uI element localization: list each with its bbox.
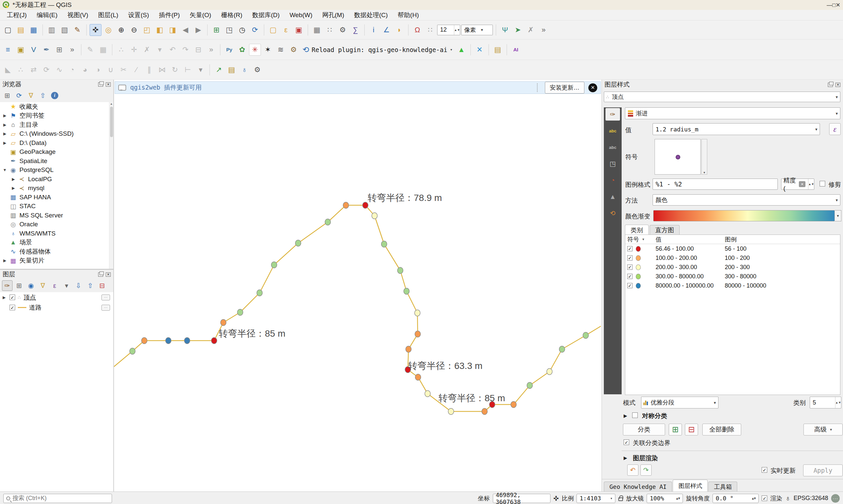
class-color-swatch[interactable]	[636, 274, 641, 280]
symmetric-checkbox[interactable]	[632, 412, 638, 418]
browser-item[interactable]: ♁WMS/WMTS	[0, 229, 113, 238]
undo-style-button[interactable]: ↶	[627, 465, 639, 476]
float-panel-icon[interactable]	[98, 82, 103, 87]
trim-checkbox[interactable]	[820, 181, 825, 186]
menu-矢量O[interactable]: 矢量(O)	[185, 10, 216, 20]
memory-layer-indicator[interactable]: ⋯	[102, 305, 110, 311]
zoom-full[interactable]: ◰	[141, 24, 153, 36]
expand-icon[interactable]: ▶	[11, 177, 16, 181]
new-print-layout[interactable]: ▥	[46, 24, 58, 36]
cancel-tool[interactable]: ✗	[525, 24, 537, 36]
expand-icon[interactable]: ▶	[3, 131, 7, 136]
road-vertex[interactable]	[221, 320, 226, 326]
zoom-in[interactable]: ⊕	[115, 24, 127, 36]
messages-button[interactable]: ···	[831, 494, 840, 503]
select-by-expression[interactable]: ε	[280, 24, 292, 36]
road-vertex[interactable]	[381, 241, 387, 247]
x-processing-plugin[interactable]: ✕	[474, 44, 486, 56]
legend-format-input[interactable]: %1 - %2	[652, 179, 778, 190]
browser-item[interactable]: ▲场景	[0, 238, 113, 247]
redo-style-button[interactable]: ↷	[641, 465, 651, 476]
browser-item[interactable]: ∿传感器物体	[0, 247, 113, 256]
share-plugin[interactable]: ↗	[213, 64, 225, 76]
color-ramp-dropdown[interactable]: ▾	[835, 210, 841, 221]
road-vertex[interactable]	[398, 268, 403, 274]
live-update-checkbox[interactable]: ✓	[761, 467, 767, 473]
mode-combo[interactable]: 优雅分段 ▾	[641, 397, 718, 409]
browser-item[interactable]: ▦SAP HANA	[0, 193, 113, 202]
expand-icon[interactable]: ▶	[11, 186, 16, 191]
tab-类别[interactable]: 类别	[625, 224, 649, 235]
more-digitizing[interactable]: »	[205, 44, 217, 56]
remove-class-button[interactable]: ⊟	[685, 424, 698, 435]
road-vertex[interactable]	[237, 309, 243, 316]
add-class-button[interactable]: ⊞	[669, 424, 682, 435]
road-vertex[interactable]	[415, 331, 421, 337]
coordinate-input[interactable]: 469892, 3607638	[493, 494, 551, 503]
browser-item[interactable]: ▶▦矢量切片	[0, 256, 113, 266]
tab-masks[interactable]: abc	[606, 141, 620, 154]
render-checkbox[interactable]: ✓	[761, 496, 767, 501]
snapping-options[interactable]: ∷	[424, 24, 436, 36]
more-toolbar-options[interactable]: »	[538, 24, 550, 36]
float-panel-icon[interactable]	[828, 83, 833, 87]
plugin-reload-combo[interactable]: ⟲Reload plugin: qgis-geo-knowledge-ai▾	[301, 45, 454, 54]
identify-features[interactable]: i	[367, 24, 379, 36]
road-vertex[interactable]	[271, 262, 277, 268]
browser-item[interactable]: ◫STAC	[0, 202, 113, 211]
new-spatialite-layer[interactable]: ✒	[40, 44, 52, 56]
tab-labels[interactable]: abc	[606, 125, 620, 137]
class-color-swatch[interactable]	[636, 255, 641, 261]
road-vertex[interactable]	[130, 348, 136, 355]
road-vertex[interactable]	[482, 409, 487, 415]
zoom-next[interactable]: ▶	[192, 24, 204, 36]
expand-icon[interactable]: ▶	[3, 141, 7, 145]
browser-item[interactable]: ▥MS SQL Server	[0, 211, 113, 220]
float-panel-icon[interactable]	[98, 272, 103, 277]
open-attribute-table[interactable]: ▦	[311, 24, 323, 36]
processing-toolbox[interactable]: ⚙	[337, 24, 348, 36]
browser-item[interactable]: ▼◉PostgreSQL	[0, 166, 113, 175]
install-update-button[interactable]: 安装更新…	[545, 82, 585, 93]
zoom-out[interactable]: ⊖	[128, 24, 140, 36]
browser-item[interactable]: ▶≺mysql	[0, 184, 113, 193]
magnifier-spinner[interactable]: 100%▲▼	[647, 494, 683, 503]
road-vertex[interactable]	[511, 401, 517, 408]
road-vertex[interactable]	[406, 346, 411, 353]
new-virtual-layer[interactable]: ⊞	[53, 44, 65, 56]
road-vertex[interactable]	[325, 219, 331, 225]
menu-数据库D[interactable]: 数据库(D)	[247, 10, 285, 20]
sort-icon[interactable]: ▾	[642, 237, 644, 241]
class-color-swatch[interactable]	[636, 283, 641, 289]
snapping-magnet[interactable]: Ω	[411, 24, 423, 36]
new-geopackage-layer[interactable]: ▣	[15, 44, 27, 56]
expression-dropdown[interactable]: ▾	[61, 280, 72, 291]
menu-视图V[interactable]: 视图(V)	[62, 10, 93, 20]
browser-item[interactable]: ▣GeoPackage	[0, 148, 113, 157]
class-checkbox[interactable]: ✓	[627, 265, 632, 270]
manage-visibility[interactable]: ◉	[26, 280, 36, 291]
value-expression-combo[interactable]: 1.2 radius_m ▾	[652, 123, 820, 135]
precision-spinner[interactable]: 精度( ✕ ▲▼	[781, 179, 814, 190]
collapse-all[interactable]: ⇧	[38, 90, 48, 101]
field-calculator[interactable]: ∷	[324, 24, 336, 36]
minimize-button[interactable]: —	[827, 2, 832, 8]
menu-网孔M[interactable]: 网孔(M)	[317, 10, 349, 20]
deselect-all[interactable]: ▣	[293, 24, 305, 36]
class-checkbox[interactable]: ✓	[627, 274, 632, 279]
class-color-swatch[interactable]	[636, 265, 641, 270]
class-checkbox[interactable]: ✓	[627, 283, 632, 288]
menu-设置S[interactable]: 设置(S)	[123, 10, 154, 20]
road-vertex[interactable]	[559, 346, 565, 353]
symbol-preview-scrollbar[interactable]: ▾	[701, 139, 707, 175]
close-panel-icon[interactable]: ✕	[106, 82, 111, 87]
road-vertex[interactable]	[212, 338, 217, 344]
class-row[interactable]: ✓80000.00 - 100000.0080000 - 100000	[625, 281, 840, 290]
menu-插件P[interactable]: 插件(P)	[154, 10, 184, 20]
road-vertex[interactable]	[415, 374, 421, 380]
temporal-controller[interactable]: ◷	[236, 24, 248, 36]
add-selected-layer[interactable]: ⊞	[2, 90, 13, 101]
road-vertex[interactable]	[257, 290, 263, 296]
road-vertex[interactable]	[583, 332, 589, 339]
debug-plugin[interactable]: ✶	[262, 44, 274, 56]
